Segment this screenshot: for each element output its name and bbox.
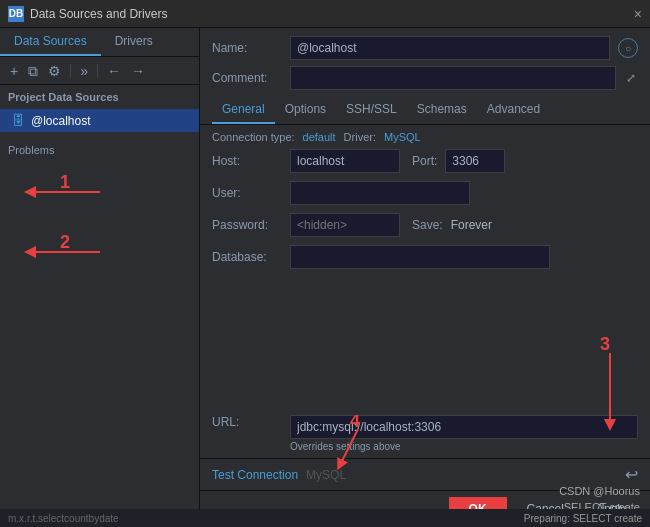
url-input[interactable] xyxy=(290,415,638,439)
tab-drivers[interactable]: Drivers xyxy=(101,28,167,56)
comment-input[interactable] xyxy=(290,66,616,90)
tab-nav: General Options SSH/SSL Schemas Advanced xyxy=(200,96,650,125)
host-label: Host: xyxy=(212,154,282,168)
password-input[interactable] xyxy=(290,213,400,237)
copy-button[interactable]: ⧉ xyxy=(24,62,42,80)
right-panel: Name: ○ Comment: ⤢ General Options SSH/S… xyxy=(200,28,650,527)
tab-datasources[interactable]: Data Sources xyxy=(0,28,101,56)
bottom-bar: Test Connection MySQL ↩ xyxy=(200,458,650,490)
preparing-text: Preparing: SELECT create xyxy=(524,513,642,524)
name-input[interactable] xyxy=(290,36,610,60)
password-row: Password: Save: Forever xyxy=(212,213,638,237)
status-text: m.x.r.t.selectcountbydate xyxy=(8,513,119,524)
tab-general[interactable]: General xyxy=(212,96,275,124)
database-row: Database: xyxy=(212,245,638,269)
arrow-2 xyxy=(20,232,110,272)
mysql-driver-label: MySQL xyxy=(306,468,346,482)
save-value: Forever xyxy=(451,218,492,232)
problems-label: Problems xyxy=(8,144,54,156)
user-label: User: xyxy=(212,186,282,200)
form-area: Host: Port: User: Password: Save: Foreve… xyxy=(200,149,650,415)
settings-button[interactable]: ⚙ xyxy=(44,62,65,80)
add-button[interactable]: + xyxy=(6,62,22,80)
url-label: URL: xyxy=(212,415,282,429)
password-label: Password: xyxy=(212,218,282,232)
tab-options[interactable]: Options xyxy=(275,96,336,124)
left-toolbar: + ⧉ ⚙ » ← → xyxy=(0,57,199,85)
left-panel: Data Sources Drivers + ⧉ ⚙ » ← → Project… xyxy=(0,28,200,527)
tab-advanced[interactable]: Advanced xyxy=(477,96,550,124)
app-icon: DB xyxy=(8,6,24,22)
status-bar: m.x.r.t.selectcountbydate Preparing: SEL… xyxy=(0,509,650,527)
name-ellipsis-button[interactable]: ○ xyxy=(618,38,638,58)
url-input-wrap: Overrides settings above xyxy=(290,415,638,452)
tab-schemas[interactable]: Schemas xyxy=(407,96,477,124)
title-text: Data Sources and Drivers xyxy=(30,7,167,21)
problems-section: Problems xyxy=(0,136,199,164)
close-button[interactable]: × xyxy=(634,7,642,21)
host-row: Host: Port: xyxy=(212,149,638,173)
reset-button[interactable]: ↩ xyxy=(625,465,638,484)
url-hint: Overrides settings above xyxy=(290,441,638,452)
name-label: Name: xyxy=(212,41,282,55)
comment-label: Comment: xyxy=(212,71,282,85)
toolbar-separator xyxy=(70,64,71,78)
name-row: Name: ○ xyxy=(200,28,650,64)
forward-button[interactable]: → xyxy=(127,62,149,80)
database-label: Database: xyxy=(212,250,282,264)
more-button[interactable]: » xyxy=(76,62,92,80)
datasource-label: @localhost xyxy=(31,114,91,128)
back-button[interactable]: ← xyxy=(103,62,125,80)
conn-type-label: Connection type: xyxy=(212,131,295,143)
datasource-item-localhost[interactable]: 🗄 @localhost xyxy=(0,109,199,132)
driver-value[interactable]: MySQL xyxy=(384,131,421,143)
save-label: Save: xyxy=(412,218,443,232)
port-label: Port: xyxy=(412,154,437,168)
user-input[interactable] xyxy=(290,181,470,205)
conn-type-value[interactable]: default xyxy=(303,131,336,143)
conn-info: Connection type: default Driver: MySQL xyxy=(200,125,650,149)
arrow-1 xyxy=(20,172,110,212)
left-tabs: Data Sources Drivers xyxy=(0,28,199,57)
database-input[interactable] xyxy=(290,245,550,269)
left-overlay: Problems 1 2 xyxy=(0,132,199,527)
url-area: URL: Overrides settings above 3 xyxy=(200,415,650,458)
port-input[interactable] xyxy=(445,149,505,173)
toolbar-separator2 xyxy=(97,64,98,78)
url-row: URL: Overrides settings above xyxy=(212,415,638,452)
annotation-1: 1 xyxy=(60,172,70,193)
annotation-2: 2 xyxy=(60,232,70,253)
datasource-icon: 🗄 xyxy=(12,113,25,128)
title-bar: DB Data Sources and Drivers × xyxy=(0,0,650,28)
driver-label: Driver: xyxy=(344,131,376,143)
comment-row: Comment: ⤢ xyxy=(200,64,650,96)
main-container: Data Sources Drivers + ⧉ ⚙ » ← → Project… xyxy=(0,28,650,527)
test-connection-button[interactable]: Test Connection xyxy=(212,468,298,482)
project-section-header: Project Data Sources xyxy=(0,85,199,109)
tab-sshssl[interactable]: SSH/SSL xyxy=(336,96,407,124)
host-input[interactable] xyxy=(290,149,400,173)
user-row: User: xyxy=(212,181,638,205)
expand-button[interactable]: ⤢ xyxy=(624,69,638,87)
